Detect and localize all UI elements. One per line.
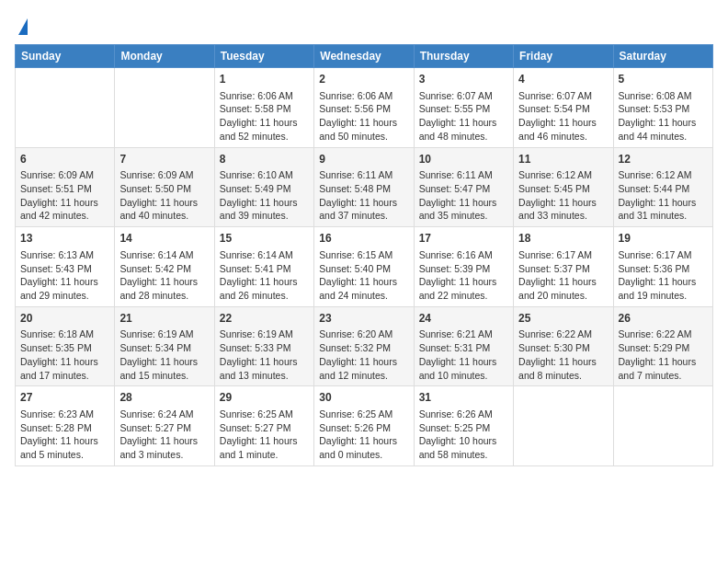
- calendar-cell: 2Sunrise: 6:06 AM Sunset: 5:56 PM Daylig…: [314, 68, 414, 148]
- day-number: 21: [119, 311, 209, 327]
- calendar-cell: 9Sunrise: 6:11 AM Sunset: 5:48 PM Daylig…: [314, 147, 414, 227]
- logo: [15, 15, 28, 35]
- day-number: 7: [119, 152, 209, 167]
- calendar-cell: 10Sunrise: 6:11 AM Sunset: 5:47 PM Dayli…: [414, 147, 513, 227]
- day-info: Sunrise: 6:19 AM Sunset: 5:33 PM Dayligh…: [220, 327, 309, 382]
- day-number: 1: [220, 72, 309, 87]
- calendar-cell: [514, 386, 613, 466]
- calendar-week-row: 13Sunrise: 6:13 AM Sunset: 5:43 PM Dayli…: [16, 227, 713, 307]
- day-info: Sunrise: 6:12 AM Sunset: 5:45 PM Dayligh…: [518, 168, 608, 223]
- calendar-cell: 8Sunrise: 6:10 AM Sunset: 5:49 PM Daylig…: [214, 147, 313, 227]
- day-number: 31: [419, 390, 508, 406]
- day-info: Sunrise: 6:09 AM Sunset: 5:51 PM Dayligh…: [20, 168, 109, 223]
- day-info: Sunrise: 6:24 AM Sunset: 5:27 PM Dayligh…: [119, 408, 209, 462]
- weekday-header-monday: Monday: [115, 45, 214, 68]
- day-number: 27: [20, 390, 109, 406]
- day-number: 12: [619, 152, 708, 167]
- calendar-cell: 22Sunrise: 6:19 AM Sunset: 5:33 PM Dayli…: [214, 306, 313, 386]
- day-info: Sunrise: 6:06 AM Sunset: 5:58 PM Dayligh…: [220, 89, 309, 144]
- calendar-cell: 6Sunrise: 6:09 AM Sunset: 5:51 PM Daylig…: [16, 147, 115, 227]
- day-info: Sunrise: 6:19 AM Sunset: 5:34 PM Dayligh…: [119, 327, 209, 382]
- day-info: Sunrise: 6:11 AM Sunset: 5:47 PM Dayligh…: [419, 168, 508, 223]
- calendar-cell: 11Sunrise: 6:12 AM Sunset: 5:45 PM Dayli…: [514, 147, 613, 227]
- page-header: [15, 15, 713, 35]
- day-info: Sunrise: 6:20 AM Sunset: 5:32 PM Dayligh…: [319, 327, 408, 382]
- day-info: Sunrise: 6:14 AM Sunset: 5:41 PM Dayligh…: [220, 248, 309, 303]
- calendar-cell: 15Sunrise: 6:14 AM Sunset: 5:41 PM Dayli…: [214, 227, 313, 307]
- calendar-cell: 17Sunrise: 6:16 AM Sunset: 5:39 PM Dayli…: [414, 227, 513, 307]
- day-number: 16: [319, 231, 408, 247]
- day-number: 6: [20, 152, 109, 167]
- day-info: Sunrise: 6:22 AM Sunset: 5:29 PM Dayligh…: [619, 327, 708, 382]
- day-info: Sunrise: 6:07 AM Sunset: 5:54 PM Dayligh…: [518, 89, 608, 144]
- weekday-header-tuesday: Tuesday: [214, 45, 313, 68]
- day-number: 15: [220, 231, 309, 247]
- calendar-cell: 24Sunrise: 6:21 AM Sunset: 5:31 PM Dayli…: [414, 306, 513, 386]
- day-number: 11: [518, 152, 608, 167]
- day-number: 22: [220, 311, 309, 327]
- day-info: Sunrise: 6:16 AM Sunset: 5:39 PM Dayligh…: [419, 248, 508, 303]
- calendar-cell: [115, 68, 214, 148]
- day-info: Sunrise: 6:17 AM Sunset: 5:36 PM Dayligh…: [619, 248, 708, 303]
- day-number: 24: [419, 311, 508, 327]
- calendar-cell: 7Sunrise: 6:09 AM Sunset: 5:50 PM Daylig…: [115, 147, 214, 227]
- calendar-cell: [16, 68, 115, 148]
- calendar-cell: 25Sunrise: 6:22 AM Sunset: 5:30 PM Dayli…: [514, 306, 613, 386]
- day-info: Sunrise: 6:09 AM Sunset: 5:50 PM Dayligh…: [119, 168, 209, 223]
- day-number: 28: [119, 390, 209, 406]
- day-number: 23: [319, 311, 408, 327]
- day-number: 25: [518, 311, 608, 327]
- calendar-cell: 19Sunrise: 6:17 AM Sunset: 5:36 PM Dayli…: [613, 227, 712, 307]
- day-info: Sunrise: 6:06 AM Sunset: 5:56 PM Dayligh…: [319, 89, 408, 144]
- calendar-cell: 18Sunrise: 6:17 AM Sunset: 5:37 PM Dayli…: [514, 227, 613, 307]
- day-info: Sunrise: 6:14 AM Sunset: 5:42 PM Dayligh…: [119, 248, 209, 303]
- day-number: 29: [220, 390, 309, 406]
- day-info: Sunrise: 6:22 AM Sunset: 5:30 PM Dayligh…: [518, 327, 608, 382]
- day-info: Sunrise: 6:17 AM Sunset: 5:37 PM Dayligh…: [518, 248, 608, 303]
- calendar-cell: [613, 386, 712, 466]
- calendar-cell: 5Sunrise: 6:08 AM Sunset: 5:53 PM Daylig…: [613, 68, 712, 148]
- day-number: 8: [220, 152, 309, 167]
- weekday-header-row: SundayMondayTuesdayWednesdayThursdayFrid…: [16, 45, 713, 68]
- calendar-cell: 23Sunrise: 6:20 AM Sunset: 5:32 PM Dayli…: [314, 306, 414, 386]
- day-info: Sunrise: 6:11 AM Sunset: 5:48 PM Dayligh…: [319, 168, 408, 223]
- calendar-week-row: 1Sunrise: 6:06 AM Sunset: 5:58 PM Daylig…: [16, 68, 713, 148]
- day-number: 30: [319, 390, 408, 406]
- logo-triangle-icon: [18, 18, 28, 35]
- day-number: 17: [419, 231, 508, 247]
- day-info: Sunrise: 6:25 AM Sunset: 5:26 PM Dayligh…: [319, 408, 408, 462]
- calendar-table: SundayMondayTuesdayWednesdayThursdayFrid…: [15, 44, 713, 466]
- calendar-week-row: 6Sunrise: 6:09 AM Sunset: 5:51 PM Daylig…: [16, 147, 713, 227]
- calendar-cell: 4Sunrise: 6:07 AM Sunset: 5:54 PM Daylig…: [514, 68, 613, 148]
- calendar-cell: 29Sunrise: 6:25 AM Sunset: 5:27 PM Dayli…: [214, 386, 313, 466]
- day-number: 14: [119, 231, 209, 247]
- day-number: 3: [419, 72, 508, 87]
- weekday-header-friday: Friday: [514, 45, 613, 68]
- calendar-cell: 16Sunrise: 6:15 AM Sunset: 5:40 PM Dayli…: [314, 227, 414, 307]
- calendar-cell: 14Sunrise: 6:14 AM Sunset: 5:42 PM Dayli…: [115, 227, 214, 307]
- day-number: 9: [319, 152, 408, 167]
- day-info: Sunrise: 6:25 AM Sunset: 5:27 PM Dayligh…: [220, 408, 309, 462]
- calendar-cell: 30Sunrise: 6:25 AM Sunset: 5:26 PM Dayli…: [314, 386, 414, 466]
- weekday-header-sunday: Sunday: [16, 45, 115, 68]
- day-number: 10: [419, 152, 508, 167]
- day-info: Sunrise: 6:21 AM Sunset: 5:31 PM Dayligh…: [419, 327, 508, 382]
- day-number: 18: [518, 231, 608, 247]
- calendar-cell: 20Sunrise: 6:18 AM Sunset: 5:35 PM Dayli…: [16, 306, 115, 386]
- day-info: Sunrise: 6:18 AM Sunset: 5:35 PM Dayligh…: [20, 327, 109, 382]
- day-info: Sunrise: 6:13 AM Sunset: 5:43 PM Dayligh…: [20, 248, 109, 303]
- calendar-cell: 12Sunrise: 6:12 AM Sunset: 5:44 PM Dayli…: [613, 147, 712, 227]
- day-info: Sunrise: 6:12 AM Sunset: 5:44 PM Dayligh…: [619, 168, 708, 223]
- day-number: 19: [619, 231, 708, 247]
- day-number: 4: [518, 72, 608, 87]
- calendar-cell: 1Sunrise: 6:06 AM Sunset: 5:58 PM Daylig…: [214, 68, 313, 148]
- weekday-header-wednesday: Wednesday: [314, 45, 414, 68]
- day-info: Sunrise: 6:07 AM Sunset: 5:55 PM Dayligh…: [419, 89, 508, 144]
- calendar-cell: 28Sunrise: 6:24 AM Sunset: 5:27 PM Dayli…: [115, 386, 214, 466]
- day-info: Sunrise: 6:23 AM Sunset: 5:28 PM Dayligh…: [20, 408, 109, 462]
- day-number: 26: [619, 311, 708, 327]
- day-number: 2: [319, 72, 408, 87]
- calendar-cell: 26Sunrise: 6:22 AM Sunset: 5:29 PM Dayli…: [613, 306, 712, 386]
- day-number: 5: [619, 72, 708, 87]
- day-info: Sunrise: 6:15 AM Sunset: 5:40 PM Dayligh…: [319, 248, 408, 303]
